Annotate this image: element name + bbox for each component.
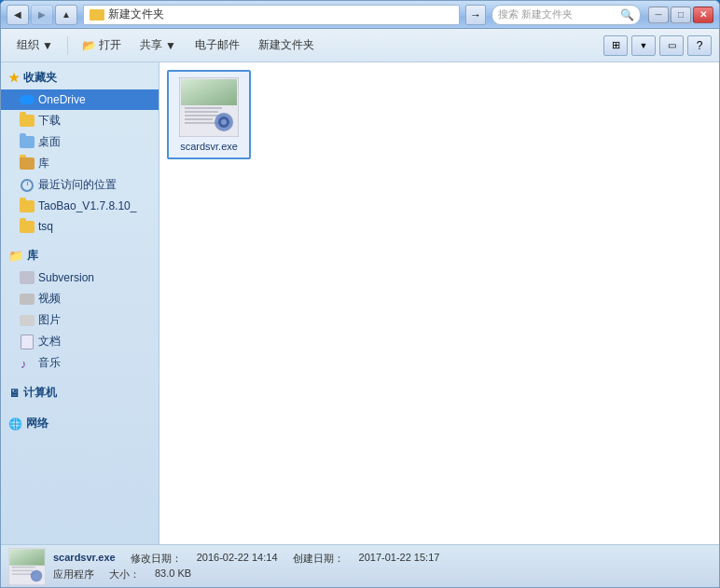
sidebar-item-recent[interactable]: 最近访问的位置	[1, 174, 159, 196]
status-created-value: 2017-01-22 15:17	[359, 552, 440, 566]
toolbar: 组织 ▼ 📂 打开 共享 ▼ 电子邮件 新建文件夹 ⊞ ▼ ▭	[1, 29, 719, 62]
toolbar-right: ⊞ ▼ ▭ ?	[603, 35, 712, 56]
folder-icon	[20, 198, 35, 213]
sidebar-item-label: 音乐	[38, 355, 61, 371]
address-bar[interactable]: 新建文件夹	[83, 5, 460, 25]
new-folder-label: 新建文件夹	[258, 37, 314, 53]
open-button[interactable]: 📂 打开	[74, 34, 130, 58]
status-row-1: scardsvr.exe 修改日期： 2016-02-22 14:14 创建日期…	[53, 552, 712, 566]
network-icon: 🌐	[8, 417, 22, 431]
toolbar-separator-1	[67, 36, 68, 55]
svg-rect-6	[185, 118, 213, 120]
sidebar-library-header[interactable]: 📁 库	[1, 244, 159, 267]
view-options-button[interactable]: ⊞	[603, 35, 628, 56]
video-icon	[20, 292, 35, 307]
status-bar: scardsvr.exe 修改日期： 2016-02-22 14:14 创建日期…	[1, 544, 719, 587]
open-icon: 📂	[82, 39, 96, 52]
svg-rect-14	[12, 569, 34, 570]
sidebar-item-images[interactable]: 图片	[1, 309, 159, 331]
onedrive-icon	[20, 92, 35, 107]
sidebar-item-label: Subversion	[38, 271, 94, 284]
view-dropdown-icon: ▼	[640, 41, 648, 50]
go-icon: →	[470, 8, 481, 21]
sidebar-item-downloads[interactable]: 下载	[1, 110, 159, 131]
view-dropdown-button[interactable]: ▼	[631, 35, 656, 56]
status-row-2: 应用程序 大小： 83.0 KB	[53, 567, 712, 581]
svg-point-10	[221, 119, 227, 125]
sidebar-item-music[interactable]: ♪ 音乐	[1, 352, 159, 374]
sidebar-item-subversion[interactable]: Subversion	[1, 267, 159, 288]
library-folder-icon: 📁	[8, 249, 23, 263]
search-icon: 🔍	[620, 8, 634, 21]
subversion-icon	[20, 270, 35, 285]
new-folder-button[interactable]: 新建文件夹	[250, 34, 323, 58]
forward-button[interactable]: ▶	[31, 5, 53, 25]
status-size-value: 83.0 KB	[155, 567, 191, 581]
sidebar-divider-3	[1, 404, 159, 412]
sidebar-item-onedrive[interactable]: OneDrive	[1, 89, 159, 110]
status-file-icon	[8, 548, 46, 585]
status-modified-label: 修改日期：	[131, 552, 182, 566]
computer-icon: 🖥	[8, 387, 20, 400]
address-go-button[interactable]: →	[465, 5, 486, 25]
sidebar-divider-2	[1, 374, 159, 381]
sidebar-favorites-header[interactable]: ★ 收藏夹	[1, 66, 159, 89]
email-label: 电子邮件	[195, 37, 240, 53]
address-text: 新建文件夹	[108, 7, 453, 22]
back-button[interactable]: ◀	[7, 5, 29, 25]
sidebar-computer-header[interactable]: 🖥 计算机	[1, 381, 159, 404]
sidebar-item-tsq[interactable]: tsq	[1, 216, 159, 237]
sidebar-item-label: OneDrive	[38, 93, 86, 106]
title-bar: ◀ ▶ ▲ 新建文件夹 → 搜索 新建文件夹 🔍 ─ □ ✕	[1, 1, 719, 29]
star-icon: ★	[8, 71, 20, 85]
help-button[interactable]: ?	[687, 35, 712, 56]
sidebar-item-video[interactable]: 视频	[1, 288, 159, 309]
share-label: 共享	[140, 37, 162, 53]
recent-icon	[20, 178, 35, 193]
documents-icon	[20, 335, 35, 349]
sidebar-item-desktop[interactable]: 桌面	[1, 131, 159, 153]
file-item-scardsvr[interactable]: scardsvr.exe	[167, 70, 251, 159]
help-label: ?	[697, 39, 703, 52]
close-button[interactable]: ✕	[693, 7, 713, 23]
sidebar-item-label: 下载	[38, 113, 61, 129]
sidebar-network-header[interactable]: 🌐 网络	[1, 412, 159, 435]
status-type: 应用程序	[53, 567, 94, 581]
status-size-label: 大小：	[109, 567, 140, 581]
network-label: 网络	[26, 416, 48, 431]
status-filename: scardsvr.exe	[53, 552, 116, 566]
organize-label: 组织	[17, 37, 39, 53]
folder-icon	[20, 114, 35, 129]
window-controls: ─ □ ✕	[648, 7, 713, 23]
organize-dropdown-icon: ▼	[42, 39, 53, 52]
search-bar[interactable]: 搜索 新建文件夹 🔍	[492, 5, 641, 25]
library-label: 库	[27, 248, 38, 264]
sidebar-item-label: 最近访问的位置	[38, 177, 117, 193]
sidebar-item-label: 视频	[38, 291, 61, 307]
sidebar: ★ 收藏夹 OneDrive 下载 桌面	[1, 62, 159, 544]
view-icon: ⊞	[612, 39, 620, 51]
file-icon-large	[179, 77, 239, 137]
images-icon	[20, 313, 35, 328]
sidebar-item-library[interactable]: 库	[1, 153, 159, 174]
folder-icon	[20, 219, 35, 234]
details-pane-button[interactable]: ▭	[659, 35, 684, 56]
sidebar-item-documents[interactable]: 文档	[1, 331, 159, 352]
up-button[interactable]: ▲	[55, 5, 77, 25]
file-label: scardsvr.exe	[180, 141, 238, 152]
sidebar-item-label: 文档	[38, 334, 61, 349]
svg-rect-12	[9, 549, 45, 566]
exe-file-icon	[179, 77, 239, 137]
open-label: 打开	[99, 37, 121, 53]
computer-label: 计算机	[23, 385, 57, 401]
sidebar-item-label: 库	[38, 156, 49, 171]
sidebar-item-label: TaoBao_V1.7.8.10_	[38, 199, 136, 212]
content-area: scardsvr.exe	[159, 62, 719, 544]
maximize-button[interactable]: □	[671, 7, 691, 23]
organize-button[interactable]: 组织 ▼	[8, 34, 62, 58]
share-button[interactable]: 共享 ▼	[132, 34, 185, 58]
minimize-button[interactable]: ─	[648, 7, 669, 23]
email-button[interactable]: 电子邮件	[187, 34, 248, 58]
sidebar-item-taobao[interactable]: TaoBao_V1.7.8.10_	[1, 196, 159, 216]
desktop-icon	[20, 135, 35, 150]
